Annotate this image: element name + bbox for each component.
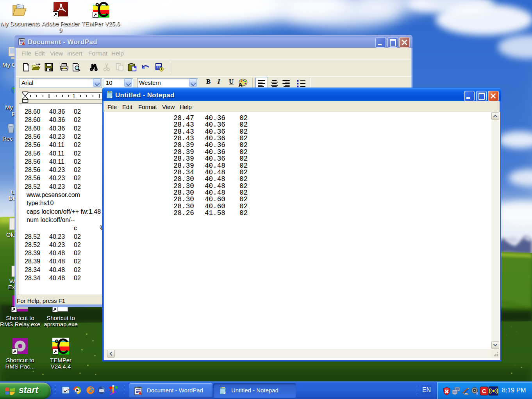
svg-text:A: A (239, 82, 243, 88)
svg-text:C: C (482, 388, 486, 394)
svg-text:1: 1 (72, 93, 75, 99)
